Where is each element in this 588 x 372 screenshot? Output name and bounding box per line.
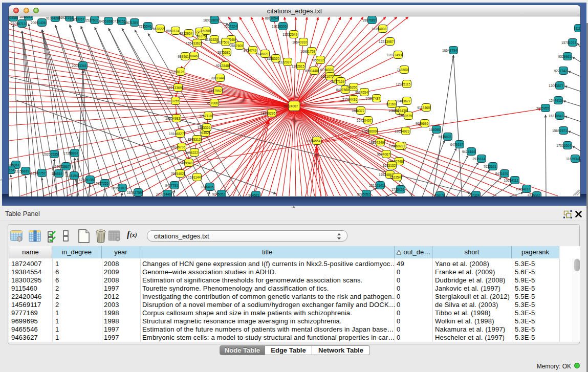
svg-text:7515546: 7515546: [139, 25, 152, 28]
svg-text:1733426: 1733426: [391, 188, 405, 191]
svg-text:10958107: 10958107: [111, 186, 126, 190]
svg-text:9684067: 9684067: [377, 152, 390, 156]
svg-text:9245052: 9245052: [212, 192, 226, 196]
svg-text:8912954: 8912954: [180, 32, 193, 35]
svg-text:1244415: 1244415: [549, 99, 562, 102]
svg-text:8860124: 8860124: [166, 29, 180, 33]
svg-text:19218506: 19218506: [272, 25, 287, 28]
svg-text:9474444: 9474444: [462, 150, 475, 154]
svg-text:15136141: 15136141: [369, 184, 384, 187]
svg-text:20206535: 20206535: [43, 152, 58, 156]
svg-text:17957255: 17957255: [94, 182, 108, 185]
svg-text:1117: 1117: [576, 27, 581, 30]
svg-text:10688609: 10688609: [362, 129, 377, 133]
svg-text:10975867: 10975867: [55, 165, 70, 168]
svg-text:62160: 62160: [386, 102, 396, 106]
svg-text:964521: 964521: [248, 193, 259, 196]
svg-text:6794028: 6794028: [320, 68, 334, 72]
svg-text:19756928: 19756928: [388, 144, 403, 148]
svg-text:114519: 114519: [52, 172, 63, 176]
svg-text:1353326: 1353326: [198, 126, 211, 129]
svg-text:96452: 96452: [200, 131, 209, 135]
svg-text:9245052: 9245052: [357, 192, 371, 196]
svg-text:748500: 748500: [397, 68, 408, 72]
svg-text:7663822: 7663822: [151, 27, 164, 31]
svg-text:7625402: 7625402: [171, 172, 184, 176]
svg-text:11156819: 11156819: [15, 169, 29, 173]
svg-text:2935114: 2935114: [472, 157, 485, 161]
svg-text:15692971: 15692971: [552, 129, 567, 133]
svg-text:16782759: 16782759: [127, 191, 142, 194]
svg-text:16961758: 16961758: [300, 50, 315, 53]
svg-text:6479197: 6479197: [450, 143, 464, 146]
svg-text:3624554: 3624554: [355, 91, 368, 94]
svg-text:1615132: 1615132: [383, 164, 396, 167]
svg-text:9329961: 9329961: [558, 55, 572, 58]
svg-text:20691406: 20691406: [31, 21, 46, 25]
svg-text:1527602: 1527602: [85, 18, 99, 22]
svg-text:16154808: 16154808: [372, 27, 386, 31]
svg-text:252254: 252254: [389, 176, 401, 179]
svg-text:19654983: 19654983: [165, 117, 180, 120]
svg-text:164095: 164095: [429, 128, 440, 132]
svg-text:1010755: 1010755: [166, 99, 180, 103]
svg-text:2803144: 2803144: [211, 76, 224, 80]
svg-text:5938923: 5938923: [439, 135, 452, 139]
svg-text:10654112: 10654112: [504, 179, 519, 182]
svg-text:746266: 746266: [346, 85, 357, 89]
svg-text:7955812: 7955812: [311, 58, 324, 62]
svg-text:2718126: 2718126: [171, 70, 185, 74]
svg-text:88275: 88275: [197, 34, 206, 38]
svg-text:8471676: 8471676: [495, 172, 509, 176]
svg-text:1588520: 1588520: [267, 57, 280, 60]
svg-text:19166827: 19166827: [169, 132, 184, 136]
svg-text:18724007: 18724007: [283, 104, 298, 108]
svg-text:16058: 16058: [201, 29, 210, 33]
svg-text:16210643: 16210643: [549, 114, 563, 118]
svg-text:12975115: 12975115: [396, 82, 411, 86]
svg-text:10654112: 10654112: [516, 187, 531, 191]
svg-text:17359934: 17359934: [63, 151, 78, 155]
svg-text:1145194: 1145194: [65, 174, 78, 178]
svg-text:1691144: 1691144: [188, 176, 201, 179]
svg-text:10807487: 10807487: [365, 97, 380, 100]
svg-text:9242848: 9242848: [216, 64, 229, 68]
svg-text:13232549: 13232549: [282, 33, 297, 36]
svg-text:7357224: 7357224: [224, 25, 237, 28]
svg-text:12323446: 12323446: [156, 192, 171, 196]
svg-text:2887682: 2887682: [363, 18, 376, 22]
svg-text:16409948: 16409948: [178, 161, 192, 165]
svg-text:16046736: 16046736: [170, 145, 185, 149]
svg-text:8322037: 8322037: [278, 60, 292, 64]
svg-text:8990448: 8990448: [305, 69, 318, 73]
svg-text:9115460: 9115460: [417, 106, 430, 110]
svg-text:3875685: 3875685: [217, 51, 231, 54]
svg-text:9457791: 9457791: [165, 184, 179, 187]
svg-text:12213987: 12213987: [379, 40, 394, 43]
svg-text:18300295: 18300295: [260, 112, 275, 115]
svg-text:18807249: 18807249: [369, 141, 384, 144]
svg-text:18640910: 18640910: [292, 40, 307, 44]
svg-text:10671355: 10671355: [123, 21, 138, 25]
svg-text:87613: 87613: [434, 194, 444, 196]
svg-text:9699695: 9699695: [416, 122, 429, 125]
svg-text:7632621: 7632621: [484, 165, 497, 168]
svg-text:8427552: 8427552: [209, 89, 222, 93]
svg-text:10853267: 10853267: [70, 17, 84, 21]
svg-text:1167534: 1167534: [566, 157, 579, 161]
svg-text:15720407: 15720407: [357, 119, 372, 122]
svg-text:3267110: 3267110: [199, 114, 212, 118]
svg-text:19384554: 19384554: [306, 139, 320, 143]
svg-text:9327508: 9327508: [216, 40, 230, 44]
svg-text:19654923: 19654923: [395, 129, 409, 133]
svg-text:8878312: 8878312: [188, 138, 201, 141]
svg-text:16648794: 16648794: [442, 49, 457, 52]
svg-text:7886372: 7886372: [352, 109, 365, 113]
svg-text:1362615: 1362615: [292, 64, 305, 68]
svg-text:3215955: 3215955: [536, 106, 550, 110]
svg-text:12342757: 12342757: [31, 171, 46, 175]
svg-text:12213369: 12213369: [167, 86, 182, 90]
svg-text:3498222: 3498222: [185, 151, 199, 155]
svg-text:16033809: 16033809: [203, 18, 218, 22]
svg-text:10973493: 10973493: [387, 53, 402, 57]
